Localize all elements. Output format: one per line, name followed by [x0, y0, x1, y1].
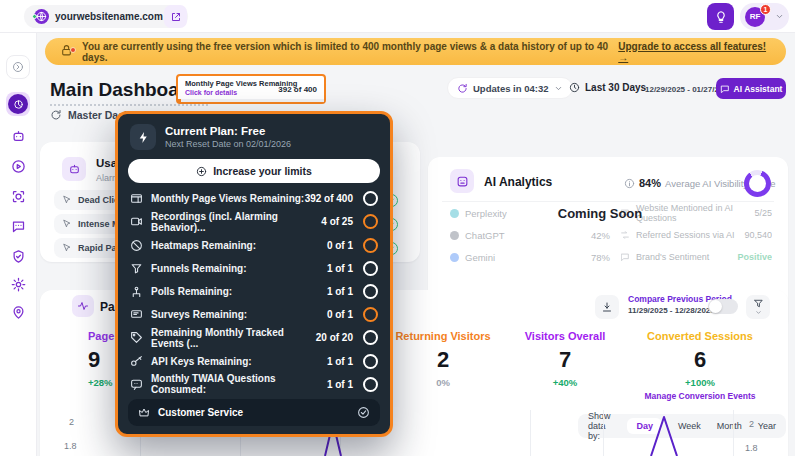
limit-label: Recordings (incl. Alarming Behavior)... [151, 211, 321, 233]
export-button[interactable] [595, 295, 619, 319]
chevron-down-icon [554, 84, 563, 93]
playcirc-icon [11, 159, 26, 174]
limit-row-6[interactable]: Remaining Monthly Tracked Events (...20 … [128, 326, 380, 349]
limit-rows: Monthly Page Views Remaining:392 of 400R… [128, 187, 380, 396]
export-icon [601, 301, 613, 313]
upgrade-link[interactable]: Upgrade to access all features! → [618, 41, 771, 63]
limit-status-ring [363, 191, 378, 206]
sidebar-security[interactable] [6, 244, 30, 268]
limit-status-ring [363, 261, 378, 276]
metric-delta: 0% [383, 377, 503, 388]
whats-new-button[interactable] [707, 3, 734, 30]
open-site-button[interactable] [164, 5, 187, 28]
limit-row-2[interactable]: Heatmaps Remaining:0 of 1 [128, 233, 380, 256]
limit-value: 0 of 1 [327, 309, 353, 320]
coming-soon-label: Coming Soon [540, 206, 660, 221]
site-logo-icon [34, 9, 49, 24]
free-version-banner: You are currently using the free version… [45, 38, 786, 65]
metric-value: 7 [505, 347, 625, 373]
robot-icon [11, 129, 26, 144]
metric-label: Visitors Overall [505, 330, 625, 342]
page-views-icon [72, 295, 94, 317]
sidebar-expand[interactable] [6, 55, 30, 79]
increase-limits-button[interactable]: Increase your limits [128, 159, 380, 183]
cursor-icon [62, 195, 72, 205]
provider-dot-icon [450, 253, 459, 262]
crown-icon [138, 407, 150, 419]
customer-service-row[interactable]: Customer Service [128, 399, 380, 426]
metric-value: 2 [383, 347, 503, 373]
limit-label: Surveys Remaining: [151, 309, 327, 320]
poll-icon [130, 285, 143, 298]
clock-icon [569, 82, 580, 93]
limit-row-8[interactable]: Monthly TWAIA Questions Consumed:1 of 1 [128, 373, 380, 396]
notification-badge: 1 [760, 4, 771, 15]
chatsq-icon [130, 378, 143, 391]
ai-assistant-button[interactable]: AI Assistant [716, 78, 786, 99]
limit-value: 1 of 1 [327, 286, 353, 297]
limit-row-4[interactable]: Polls Remaining:1 of 1 [128, 280, 380, 303]
provider-dot-icon [450, 231, 459, 240]
monitor-icon [130, 308, 143, 321]
limit-status-ring [363, 214, 378, 229]
period-label: Last 30 Days [585, 82, 646, 93]
widget-value: 392 of 400 [278, 85, 317, 94]
expand-icon [12, 61, 24, 73]
limit-label: Polls Remaining: [151, 286, 327, 297]
sidebar-feedback[interactable] [6, 214, 30, 238]
limit-row-3[interactable]: Funnels Remaining:1 of 1 [128, 257, 380, 280]
metric-visitors-overall: Visitors Overall7+40% [505, 330, 625, 388]
next-reset-label: Next Reset Date on 02/01/2026 [165, 139, 291, 149]
limit-value: 20 of 20 [316, 332, 353, 343]
sidebar-recordings[interactable] [6, 154, 30, 178]
limit-row-7[interactable]: API Keys Remaining:1 of 1 [128, 350, 380, 373]
limit-row-1[interactable]: Recordings (incl. Alarming Behavior)...4… [128, 210, 380, 233]
sidebar-settings[interactable] [6, 272, 30, 296]
sidebar-alarming-users[interactable] [6, 124, 30, 148]
cursor-icon [62, 219, 72, 229]
widget-progress-fill [178, 99, 181, 102]
chevron-down-icon [755, 309, 762, 316]
video-icon [130, 215, 143, 228]
metric-label: Converted Sessions [630, 330, 770, 342]
browser-icon [130, 192, 143, 205]
limit-row-5[interactable]: Surveys Remaining:0 of 1 [128, 303, 380, 326]
compare-toggle[interactable] [708, 299, 738, 314]
user-menu[interactable]: RF1 [740, 3, 789, 30]
limit-label: Funnels Remaining: [151, 263, 327, 274]
limit-value: 1 of 1 [327, 263, 353, 274]
sidebar-journeys[interactable] [6, 300, 30, 324]
info-icon [624, 178, 635, 189]
refresh-icon [457, 83, 468, 94]
left-sidebar [0, 33, 37, 456]
limit-status-ring [363, 238, 378, 253]
ai-score-donut [744, 170, 771, 197]
limit-value: 1 of 1 [327, 379, 353, 390]
funnel-icon [130, 262, 143, 275]
pin-icon [11, 305, 26, 320]
limit-status-ring [363, 354, 378, 369]
usability-icon [62, 157, 86, 181]
period-selector[interactable]: Last 30 Days [569, 82, 646, 93]
cursor-icon [62, 243, 72, 253]
chevron-down-icon [775, 12, 784, 21]
ai-analytics-icon [450, 169, 474, 193]
filter-button[interactable] [746, 295, 770, 319]
avatar: RF1 [745, 7, 765, 27]
sidebar-dashboards[interactable] [6, 92, 30, 116]
limit-label: Monthly Page Views Remaining: [151, 193, 305, 204]
limit-row-0[interactable]: Monthly Page Views Remaining:392 of 400 [128, 187, 380, 210]
chat-icon [720, 84, 730, 94]
lightbulb-icon [714, 10, 728, 24]
page-views-widget[interactable]: Monthly Page Views Remaining Click for d… [176, 74, 326, 104]
plan-limits-popover: Current Plan: Free Next Reset Date on 02… [115, 111, 393, 437]
sidebar-heatmaps[interactable] [6, 184, 30, 208]
manage-conversion-events-link[interactable]: Manage Conversion Events [630, 391, 770, 401]
ai-metric-row: Brand's SentimentPositive [620, 249, 772, 265]
limit-label: API Keys Remaining: [151, 356, 327, 367]
pie-icon [13, 99, 24, 110]
updates-timer[interactable]: Updates in 04:32 [447, 77, 573, 99]
speech-icon [620, 252, 630, 262]
limit-value: 4 of 25 [321, 216, 353, 227]
divider [442, 201, 774, 202]
